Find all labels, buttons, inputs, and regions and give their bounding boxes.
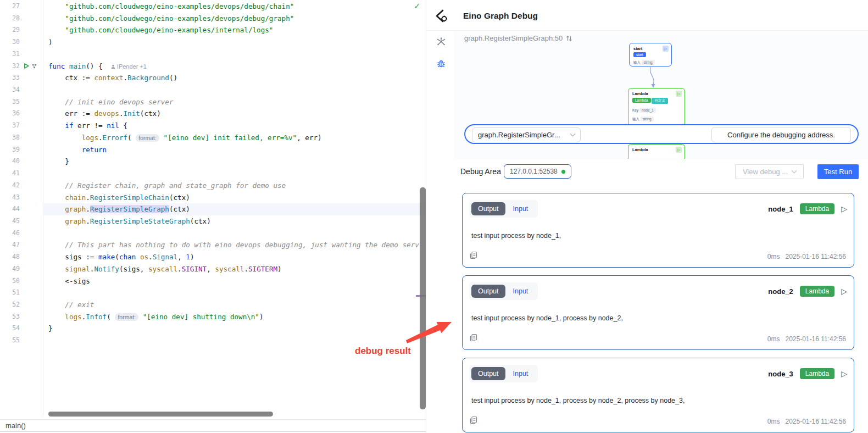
code-line[interactable]: 43 chain.RegisterSimpleChain(ctx) — [0, 192, 426, 204]
code-line[interactable]: 47 // This part has nothing to do with e… — [0, 239, 426, 251]
run-node-icon[interactable]: ▷ — [841, 287, 847, 296]
horizontal-scrollbar[interactable] — [48, 412, 273, 417]
code-line[interactable]: 41 — [0, 168, 426, 180]
node-play-icon[interactable]: ▷ — [676, 91, 682, 97]
copy-icon[interactable] — [470, 251, 477, 262]
code-line[interactable]: 34 — [0, 84, 426, 96]
copy-icon[interactable] — [470, 334, 477, 344]
code-line[interactable]: 52 // exit — [0, 299, 426, 311]
code-line[interactable]: 30) — [0, 36, 426, 48]
graph-node-partial[interactable]: Lambda ▷ — [628, 144, 685, 159]
code-text: sigs := make(chan os.Signal, 1) — [43, 251, 426, 263]
code-line[interactable]: 31 — [0, 48, 426, 60]
code-line[interactable]: 28 "github.com/cloudwego/eino-examples/d… — [0, 13, 426, 25]
node-play-icon[interactable]: ▷ — [676, 147, 682, 153]
gutter-icons — [20, 192, 43, 204]
code-line[interactable]: 27 "github.com/cloudwego/eino-examples/d… — [0, 1, 426, 13]
code-line[interactable]: 53 logs.Infof( format: "[eino dev] shutt… — [0, 311, 426, 323]
configure-address-button[interactable]: Configure the debugging address. — [711, 127, 851, 142]
code-text: <-sigs — [43, 275, 426, 287]
tab-input[interactable]: Input — [513, 287, 528, 295]
code-line[interactable]: 36 err := devops.Init(ctx) — [0, 108, 426, 120]
result-text: test input process by node_1, process by… — [471, 397, 845, 404]
debug-result-card: Output Input node_1 Lambda ▷ test input … — [462, 193, 854, 268]
eino-debug-panel: Eino Graph Debug — [427, 0, 868, 433]
node-tag: start — [633, 52, 646, 57]
gutter-icons — [20, 96, 43, 108]
code-line[interactable]: 48 sigs := make(chan os.Signal, 1) — [0, 251, 426, 263]
gutter-icons — [20, 84, 43, 96]
code-lines[interactable]: 27 "github.com/cloudwego/eino-examples/d… — [0, 1, 426, 347]
code-line[interactable]: 49 signal.Notify(sigs, syscall.SIGINT, s… — [0, 263, 426, 275]
input-label: 输入 — [633, 60, 641, 64]
code-line[interactable]: 38 logs.Errorf( format: "[eino dev] init… — [0, 132, 426, 144]
graph-node-start[interactable]: start ▷ start 输入 string — [629, 43, 672, 66]
node-title: Lambda — [632, 147, 648, 152]
gutter-icons[interactable] — [20, 60, 43, 73]
sort-icon[interactable] — [565, 35, 573, 42]
result-meta: 0ms2025-01-16 11:42:56 — [767, 253, 846, 260]
line-number: 45 — [0, 215, 20, 227]
gutter-icons — [20, 335, 43, 347]
graph-nodes-icon[interactable] — [436, 36, 447, 47]
code-line[interactable]: 54} — [0, 323, 426, 335]
result-text: test input process by node_1, process by… — [471, 314, 845, 322]
code-line[interactable]: 55 — [0, 335, 426, 347]
view-debug-dropdown[interactable]: View debug ... — [735, 164, 804, 179]
code-text — [43, 287, 426, 299]
code-line[interactable]: 32func main() { IPender +1 — [0, 60, 426, 73]
code-line[interactable]: 29 "github.com/cloudwego/eino-examples/i… — [0, 24, 426, 36]
code-line[interactable]: 50 <-sigs — [0, 275, 426, 287]
timestamp: 2025-01-16 11:42:56 — [785, 253, 846, 260]
gutter-icons — [20, 120, 43, 132]
tab-output[interactable]: Output — [471, 202, 505, 215]
run-node-icon[interactable]: ▷ — [841, 369, 847, 378]
code-text: signal.Notify(sigs, syscall.SIGINT, sysc… — [43, 263, 426, 275]
input-type: string — [642, 60, 655, 65]
line-number: 50 — [0, 275, 20, 287]
code-line[interactable]: 42 // Register chain, graph and state_gr… — [0, 180, 426, 192]
gutter-icons — [20, 132, 43, 144]
code-line[interactable]: 44 graph.RegisterSimpleGraph(ctx) — [0, 203, 426, 215]
line-number: 31 — [0, 48, 20, 60]
code-line[interactable]: 35 // init eino devops server — [0, 96, 426, 108]
node-title: start — [633, 46, 642, 51]
node-name: node_1 — [768, 205, 793, 213]
node-title: Lambda — [632, 91, 648, 96]
code-line[interactable]: 33 ctx := context.Background() — [0, 72, 426, 84]
tab-output[interactable]: Output — [471, 367, 505, 380]
tab-input[interactable]: Input — [513, 370, 528, 378]
code-text: func main() { IPender +1 — [43, 60, 426, 73]
line-number: 53 — [0, 311, 20, 323]
copy-icon[interactable] — [470, 416, 477, 426]
code-editor[interactable]: 27 "github.com/cloudwego/eino-examples/d… — [0, 0, 426, 433]
line-number: 47 — [0, 239, 20, 251]
tab-input[interactable]: Input — [513, 205, 528, 213]
run-node-icon[interactable]: ▷ — [841, 204, 847, 213]
vertical-scrollbar[interactable] — [420, 187, 426, 409]
tab-output[interactable]: Output — [471, 285, 505, 298]
code-line[interactable]: 40 } — [0, 156, 426, 168]
code-line[interactable]: 37 if err != nil { — [0, 120, 426, 132]
code-text: graph.RegisterSimpleGraph(ctx) — [43, 203, 426, 215]
output-input-tabs: Output Input — [469, 200, 538, 218]
breadcrumb[interactable]: main() — [0, 419, 426, 432]
result-meta: 0ms2025-01-16 11:42:56 — [767, 418, 846, 425]
graph-selector-dropdown[interactable]: graph.RegisterSimpleGr... — [472, 127, 581, 142]
debug-bug-icon[interactable] — [436, 58, 447, 69]
inspection-ok-icon[interactable]: ✓ — [414, 1, 421, 11]
gutter-icons — [20, 72, 43, 84]
debug-address-badge[interactable]: 127.0.0.1:52538 — [504, 164, 571, 179]
code-line[interactable]: 45 graph.RegisterSimpleStateGraph(ctx) — [0, 215, 426, 227]
code-line[interactable]: 46 — [0, 227, 426, 240]
code-line[interactable]: 51 — [0, 287, 426, 299]
code-text: if err != nil { — [43, 120, 426, 132]
code-line[interactable]: 39 return — [0, 144, 426, 156]
output-input-tabs: Output Input — [469, 365, 538, 382]
code-text: // This part has nothing to do with eino… — [43, 239, 426, 251]
gutter-icons — [20, 311, 43, 323]
code-text — [43, 84, 426, 96]
debug-area-section: Debug Area 127.0.0.1:52538 View debug ..… — [427, 159, 868, 433]
node-play-icon[interactable]: ▷ — [663, 46, 669, 52]
test-run-button[interactable]: Test Run — [817, 164, 859, 179]
